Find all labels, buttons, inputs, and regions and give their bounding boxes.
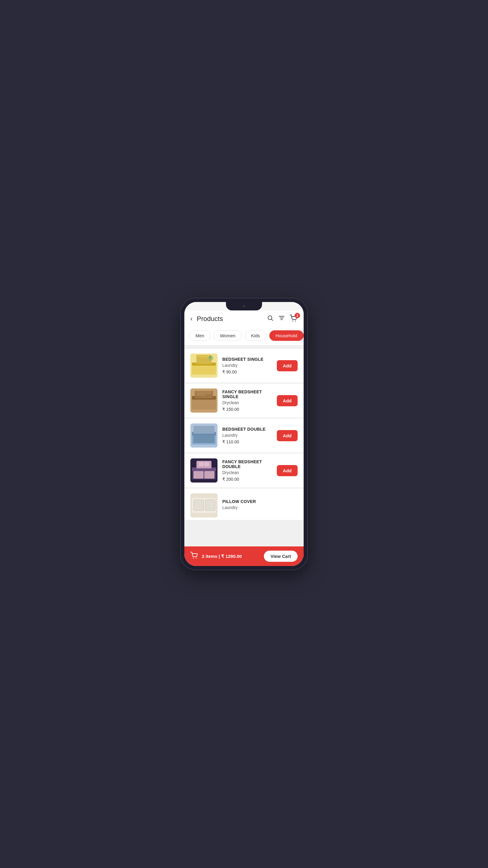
product-price: ₹ 110.00 (222, 439, 272, 444)
svg-point-13 (209, 356, 211, 358)
svg-point-5 (293, 321, 293, 321)
svg-rect-24 (193, 426, 215, 434)
product-price: ₹ 200.00 (222, 477, 272, 482)
product-name: BEDSHEET DOUBLE (222, 427, 272, 432)
add-button[interactable]: Add (277, 430, 298, 441)
product-thumbnail (190, 493, 218, 518)
product-info: FANCY BEDSHEET SINGLE Dryclean ₹ 150.00 (222, 390, 272, 412)
category-tabs: Men Women Kids Household (184, 327, 304, 345)
cart-summary-text: 2 items | ₹ 1290.00 (202, 554, 242, 559)
product-info: BEDSHEET DOUBLE Laundry ₹ 110.00 (222, 427, 272, 444)
search-icon[interactable] (267, 315, 273, 323)
product-image (190, 493, 218, 518)
view-cart-button[interactable]: View Cart (264, 551, 298, 562)
product-image (190, 353, 218, 378)
product-price: ₹ 90.00 (222, 370, 272, 374)
svg-rect-26 (204, 435, 215, 443)
svg-rect-41 (194, 500, 203, 510)
product-info: BEDSHEET SINGLE Laundry ₹ 90.00 (222, 357, 272, 374)
svg-point-0 (268, 316, 272, 320)
svg-rect-18 (196, 392, 212, 393)
tab-women[interactable]: Women (214, 330, 241, 341)
add-button[interactable]: Add (277, 395, 298, 406)
phone-screen: ‹ Products (184, 302, 304, 566)
tab-household[interactable]: Household (269, 330, 304, 341)
list-item: FANCY BEDSHEET DOUBLE Dryclean ₹ 200.00 … (184, 454, 304, 487)
svg-rect-20 (196, 395, 205, 396)
svg-rect-42 (205, 500, 215, 510)
list-item: BEDSHEET SINGLE Laundry ₹ 90.00 Add (184, 349, 304, 382)
svg-point-43 (193, 558, 194, 558)
product-image (190, 424, 218, 447)
cart-icon (190, 552, 198, 561)
cart-button[interactable]: 2 (290, 315, 298, 323)
list-item: BEDSHEET DOUBLE Laundry ₹ 110.00 Add (184, 418, 304, 453)
product-thumbnail (190, 353, 218, 378)
tab-men[interactable]: Men (189, 330, 210, 341)
product-image (190, 458, 218, 483)
svg-rect-33 (204, 471, 215, 478)
svg-point-6 (295, 321, 296, 321)
header-right: 2 (267, 315, 298, 323)
product-name: FANCY BEDSHEET SINGLE (222, 390, 272, 399)
svg-rect-35 (199, 462, 204, 466)
svg-point-44 (196, 558, 197, 558)
product-category: Laundry (222, 363, 272, 368)
svg-rect-32 (193, 471, 204, 478)
svg-rect-36 (204, 462, 209, 466)
svg-rect-11 (198, 356, 210, 357)
list-item: FANCY BEDSHEET SINGLE Dryclean ₹ 150.00 … (184, 384, 304, 417)
list-item: PILLOW COVER Laundry (184, 489, 304, 520)
cart-badge: 2 (295, 313, 300, 318)
add-button[interactable]: Add (277, 360, 298, 371)
tab-kids[interactable]: Kids (245, 330, 266, 341)
product-category: Dryclean (222, 470, 272, 475)
product-list: BEDSHEET SINGLE Laundry ₹ 90.00 Add (184, 345, 304, 547)
cart-bar: 2 items | ₹ 1290.00 View Cart (184, 547, 304, 566)
product-price: ₹ 150.00 (222, 407, 272, 412)
product-name: BEDSHEET SINGLE (222, 357, 272, 362)
svg-line-1 (271, 319, 272, 320)
notch-dot (243, 305, 245, 307)
app-content: ‹ Products (184, 302, 304, 566)
svg-rect-34 (196, 461, 212, 468)
product-thumbnail (190, 458, 218, 483)
product-category: Laundry (222, 433, 272, 438)
product-image (190, 389, 218, 412)
phone-frame: ‹ Products (181, 299, 307, 569)
product-name: FANCY BEDSHEET DOUBLE (222, 459, 272, 469)
product-thumbnail (190, 389, 218, 412)
filter-icon[interactable] (278, 315, 285, 323)
product-name: PILLOW COVER (222, 499, 298, 504)
notch (226, 302, 262, 310)
cart-info: 2 items | ₹ 1290.00 (190, 552, 242, 561)
product-info: PILLOW COVER Laundry (222, 499, 298, 512)
product-info: FANCY BEDSHEET DOUBLE Dryclean ₹ 200.00 (222, 459, 272, 482)
header: ‹ Products (184, 310, 304, 327)
svg-rect-19 (196, 393, 212, 394)
svg-rect-25 (193, 435, 204, 443)
product-category: Dryclean (222, 400, 272, 405)
page-title: Products (197, 315, 223, 323)
product-thumbnail (190, 424, 218, 447)
add-button[interactable]: Add (277, 465, 298, 476)
svg-point-12 (208, 355, 213, 361)
product-category: Laundry (222, 505, 298, 510)
header-left: ‹ Products (190, 315, 223, 323)
back-button[interactable]: ‹ (190, 315, 193, 322)
